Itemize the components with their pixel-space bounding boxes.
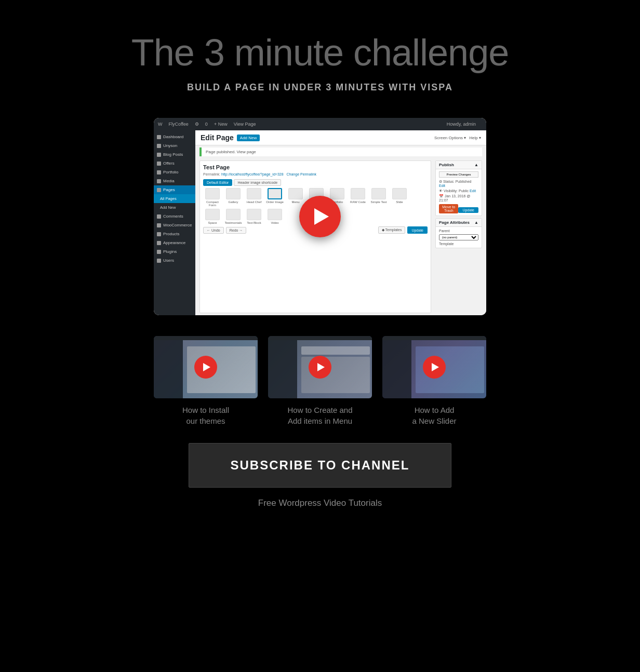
small-play-icon-3: [423, 356, 446, 379]
small-video-label-2: How to Create and Add items in Menu: [287, 405, 352, 426]
sidebar-item-comments: Comments: [154, 212, 195, 221]
small-videos-row: How to Install our themes How to Create …: [154, 336, 486, 426]
small-video-item-3: How to Add a New Slider: [382, 336, 486, 426]
sidebar-item-media: Media: [154, 177, 195, 185]
small-video-label-3: How to Add a New Slider: [412, 405, 456, 426]
small-play-icon-2: [309, 356, 331, 379]
wp-topbar: W FlyCoffee ⚙ 0 + New View Page Howdy, a…: [154, 118, 486, 130]
sidebar-item-portfolio: Portfolio: [154, 168, 195, 177]
small-video-thumb-2[interactable]: [268, 336, 372, 398]
page-main-title: The 3 minute challenge: [131, 31, 509, 74]
wp-sidebar: Dashboard Unyson Blog Posts Offers: [154, 130, 195, 315]
sidebar-item-pages: Pages: [154, 185, 195, 194]
small-video-item-1: How to Install our themes: [154, 336, 258, 426]
small-video-label-1: How to Install our themes: [182, 405, 229, 426]
wp-notice: Page published. View page: [199, 147, 482, 156]
main-play-button[interactable]: [299, 196, 341, 237]
sidebar-item-dashboard: Dashboard: [154, 132, 195, 141]
sidebar-item-add-new: Add New: [154, 203, 195, 212]
small-video-thumb-1[interactable]: [154, 336, 258, 398]
free-tutorials-label: Free Wordpress Video Tutorials: [258, 498, 382, 508]
subscribe-button[interactable]: SUBSCRIBE TO CHANNEL: [189, 443, 452, 488]
sidebar-item-offers: Offers: [154, 159, 195, 168]
sidebar-item-users: Users: [154, 256, 195, 265]
sidebar-item-woocommerce: WooCommerce: [154, 221, 195, 230]
sidebar-item-blogposts: Blog Posts: [154, 150, 195, 159]
sidebar-item-appearance: Appearance: [154, 238, 195, 247]
sidebar-item-all-pages: All Pages: [154, 194, 195, 203]
main-video-container[interactable]: W FlyCoffee ⚙ 0 + New View Page Howdy, a…: [154, 118, 486, 315]
sidebar-item-products: Products: [154, 230, 195, 238]
play-icon: [314, 208, 329, 225]
small-video-item-2: How to Create and Add items in Menu: [268, 336, 372, 426]
sidebar-item-unyson: Unyson: [154, 141, 195, 150]
page-subtitle: BUILD A PAGE IN UNDER 3 MINUTES WITH VIS…: [187, 82, 453, 93]
wp-main-content: Edit Page Add New Screen Options ▾ Help …: [195, 130, 486, 315]
small-play-icon-1: [194, 356, 217, 379]
small-video-thumb-3[interactable]: [382, 336, 486, 398]
sidebar-item-plugins: Plugins: [154, 247, 195, 256]
